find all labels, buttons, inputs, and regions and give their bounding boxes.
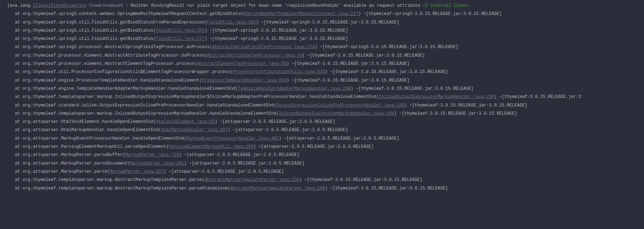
stack-frame: at org.attoparser.ParsingElementMarkupUt… — [0, 143, 644, 151]
stack-method: org.thymeleaf.processor.element.Abstract… — [23, 61, 197, 66]
stack-jar-info: ) ~[thymeleaf-3.0.15.RELEASE.jar:3.0.15.… — [302, 53, 425, 58]
stack-jar-info: ) ~[thymeleaf-3.0.15.RELEASE.jar:3.0.15.… — [394, 111, 517, 116]
stack-frame: at org.thymeleaf.spring5.context.webmvc.… — [0, 10, 644, 18]
stack-source-link[interactable]: TemplateHandlerAdapterMarkupHandler.java… — [238, 86, 351, 91]
stack-frame: at org.thymeleaf.spring5.util.FieldUtils… — [0, 19, 644, 27]
stack-method: org.attoparser.ParsingElementMarkupUtil.… — [23, 144, 169, 149]
stack-method: org.thymeleaf.spring5.util.FieldUtils.ge… — [23, 36, 156, 41]
stack-frame: at org.attoparser.MarkupEventProcessorHa… — [0, 135, 644, 143]
stack-method: org.thymeleaf.templateparser.markup.Abst… — [23, 177, 205, 182]
stack-jar-info: ) ~[thymeleaf-spring5-3.0.15.RELEASE.jar… — [256, 20, 399, 25]
stack-source-link[interactable]: MarkupEventProcessorHandler.java:402 — [186, 136, 279, 141]
stack-source-link[interactable]: MarkupParser.java:301 — [130, 161, 184, 166]
stack-method: org.attoparser.HtmlVoidElement.handleOpe… — [23, 119, 156, 124]
stack-source-link[interactable]: InlinedOutputExpressionMarkupHandler.jav… — [279, 111, 394, 116]
stack-frame: at org.attoparser.HtmlMarkupHandler.hand… — [0, 126, 644, 134]
stack-method: org.thymeleaf.standard.inline.OutputExpr… — [23, 103, 276, 108]
stack-frame: at org.thymeleaf.util.ProcessorConfigura… — [0, 68, 644, 76]
stack-jar-info: ) ~[thymeleaf-3.0.15.RELEASE.jar:3.0.15.… — [286, 61, 410, 66]
stack-at: at — [15, 11, 23, 16]
stack-jar-info: ) ~[attoparser-2.0.5.RELEASE.jar:2.0.5.R… — [228, 127, 348, 132]
stack-source-link[interactable]: InlinedOutputExpressionMarkupHandler.jav… — [379, 94, 494, 99]
stack-source-link[interactable]: SpringWebMvcThymeleafRequestContext.java… — [246, 11, 358, 16]
stack-frame: at org.thymeleaf.spring5.util.FieldUtils… — [0, 27, 644, 35]
stack-frame: at org.thymeleaf.processor.element.Abstr… — [0, 52, 644, 60]
stack-frame: at org.thymeleaf.templateparser.markup.A… — [0, 176, 644, 184]
stack-method: org.thymeleaf.spring5.util.FieldUtils.ge… — [23, 20, 207, 25]
stack-frame: at org.attoparser.MarkupParser.parse(Mar… — [0, 168, 644, 176]
stack-source-link[interactable]: OutputExpressionInlinePreProcessorHandle… — [276, 103, 405, 108]
stack-frame: at org.thymeleaf.engine.TemplateHandlerA… — [0, 85, 644, 93]
stack-at: at — [15, 61, 23, 66]
stack-frame: at org.thymeleaf.templateparser.markup.I… — [0, 93, 644, 101]
stack-at: at — [15, 186, 23, 191]
stack-jar-info: ) ~[thymeleaf-3.0.15.RELEASE.jar:3.0.15.… — [405, 103, 528, 108]
stack-source-link[interactable]: AbstractMarkupTemplateParser.java:230 — [205, 177, 299, 182]
stack-jar-info: ) ~[thymeleaf-3.0.15.RELEASE.jar:3.0.15.… — [299, 177, 422, 182]
stack-source-link[interactable]: FieldUtils.java:306 — [207, 20, 256, 25]
stack-at: at — [15, 144, 23, 149]
stack-source-link[interactable]: ProcessorTemplateHandler.java:918 — [202, 78, 287, 83]
stack-source-link[interactable]: ProcessorConfigurationUtils.java:633 — [233, 69, 325, 74]
stack-jar-info: ) ~[thymeleaf-3.0.15.RELEASE.jar:3.0.15.… — [325, 186, 448, 191]
stack-source-link[interactable]: HtmlVoidElement.java:92 — [156, 119, 215, 124]
stack-method: org.thymeleaf.spring5.context.webmvc.Spr… — [23, 11, 246, 16]
stack-frame: at org.attoparser.MarkupParser.parseDocu… — [0, 160, 644, 168]
stack-method: org.thymeleaf.engine.TemplateHandlerAdap… — [23, 86, 238, 91]
exception-message: : Neither BindingResult nor plain target… — [126, 3, 423, 8]
stack-source-link[interactable]: FieldUtils.java:253 — [156, 28, 205, 33]
stack-jar-info: ) ~[thymeleaf-3.0.15.RELEASE.jar:3 — [494, 94, 581, 99]
stack-jar-info: ) ~[attoparser-2.0.5.RELEASE.jar:2.0.5.R… — [184, 161, 304, 166]
internal-lines-indicator[interactable]: <2 internal lines> — [423, 3, 469, 8]
stack-jar-info: ) ~[thymeleaf-spring5-3.0.15.RELEASE.jar… — [358, 11, 502, 16]
stack-frame: at org.attoparser.HtmlVoidElement.handle… — [0, 118, 644, 126]
stack-at: at — [15, 169, 23, 174]
stack-at: at — [15, 119, 23, 124]
stack-at: at — [15, 177, 23, 182]
stack-source-link[interactable]: AbstractAttributeTagProcessor.java:74 — [207, 53, 302, 58]
stack-jar-info: ) ~[attoparser-2.0.5.RELEASE.jar:2.0.5.R… — [179, 152, 299, 157]
stack-source-link[interactable]: AbstractSpringFieldTagProcessor.java:174 — [212, 45, 315, 50]
stack-at: at — [15, 45, 23, 50]
stack-method: org.attoparser.MarkupParser.parseBuffer( — [23, 152, 125, 157]
stack-method: org.attoparser.MarkupEventProcessorHandl… — [23, 136, 187, 141]
stack-at: at — [15, 69, 23, 74]
stack-frame: at org.attoparser.MarkupParser.parseBuff… — [0, 151, 644, 159]
stack-at: at — [15, 78, 23, 83]
stack-method: org.thymeleaf.spring5.util.FieldUtils.ge… — [23, 28, 156, 33]
stack-source-link[interactable]: HtmlMarkupHandler.java:297 — [161, 127, 227, 132]
stack-at: at — [15, 161, 23, 166]
stack-source-link[interactable]: FieldUtils.java:227 — [156, 36, 205, 41]
stack-jar-info: ) ~[attoparser-2.0.5.RELEASE.jar:2.0.5.R… — [253, 144, 374, 149]
stack-frame: at org.thymeleaf.engine.ProcessorTemplat… — [0, 77, 644, 85]
stack-jar-info: ) ~[attoparser-2.0.5.RELEASE.jar:2.0.5.R… — [279, 136, 399, 141]
stack-source-link[interactable]: AbstractMarkupTemplateParser.java:100 — [230, 186, 325, 191]
stack-frame: at org.thymeleaf.templateparser.markup.A… — [0, 184, 644, 193]
stack-frame: at org.thymeleaf.spring5.util.FieldUtils… — [0, 35, 644, 43]
stack-method: org.attoparser.HtmlMarkupHandler.handleO… — [23, 127, 161, 132]
create-breakpoint-link[interactable]: Create breakpoint — [89, 3, 123, 8]
stack-at: at — [15, 111, 23, 116]
stack-method: org.attoparser.MarkupParser.parseDocumen… — [23, 161, 130, 166]
stack-frame: at org.thymeleaf.spring5.processor.Abstr… — [0, 43, 644, 51]
exception-class-link[interactable]: IllegalStateException — [33, 3, 86, 8]
stack-method: org.thymeleaf.templateparser.markup.Inli… — [23, 111, 279, 116]
stack-source-link[interactable]: MarkupParser.java:257 — [110, 169, 163, 174]
stack-at: at — [15, 28, 23, 33]
stack-at: at — [15, 94, 23, 99]
stack-method: org.thymeleaf.spring5.processor.Abstract… — [23, 45, 212, 50]
stack-source-link[interactable]: ParsingElementMarkupUtil.java:159 — [169, 144, 253, 149]
stack-source-link[interactable]: MarkupParser.java:710 — [125, 152, 179, 157]
stack-frame: at org.thymeleaf.templateparser.markup.I… — [0, 110, 644, 118]
stack-at: at — [15, 103, 23, 108]
exception-header: java.lang.IllegalStateException Create b… — [0, 1, 644, 10]
stack-jar-info: ) ~[attoparser-2.0.5.RELEASE.jar:2.0.5.R… — [164, 169, 284, 174]
stack-at: at — [15, 152, 23, 157]
stack-at: at — [15, 36, 23, 41]
stack-at: at — [15, 136, 23, 141]
exception-package: java.lang. — [7, 3, 33, 8]
stack-method: org.attoparser.MarkupParser.parse( — [23, 169, 110, 174]
stack-frame: at org.thymeleaf.standard.inline.OutputE… — [0, 102, 644, 110]
stack-method: org.thymeleaf.processor.element.Abstract… — [23, 53, 207, 58]
stack-source-link[interactable]: AbstractElementTagProcessor.java:95 — [197, 61, 286, 66]
